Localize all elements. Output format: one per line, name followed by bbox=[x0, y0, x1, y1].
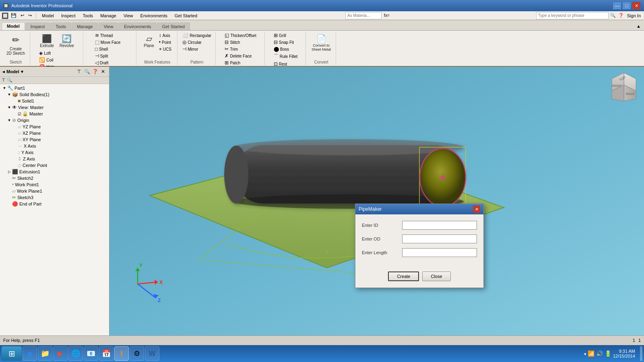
plane-button[interactable]: ▱ Plane bbox=[141, 32, 157, 52]
tab-view[interactable]: View bbox=[99, 23, 119, 30]
tree-extrusion1[interactable]: ▷ ⬛ Extrusion1 bbox=[1, 169, 108, 175]
shell-button[interactable]: □Shell bbox=[93, 46, 127, 52]
menu-view[interactable]: View bbox=[120, 12, 136, 19]
tree-z-axis[interactable]: ▷ ⇕ Z Axis bbox=[1, 156, 108, 162]
point-button[interactable]: •Point bbox=[157, 39, 173, 45]
tree-center-point[interactable]: ▷ ◇ Center Point bbox=[1, 162, 108, 169]
draft-button[interactable]: ◁Draft bbox=[93, 60, 127, 66]
snap-fit-button[interactable]: ⊟Snap Fit bbox=[272, 39, 299, 45]
tree-y-axis[interactable]: ▷ ↕ Y Axis bbox=[1, 149, 108, 156]
origin-expander[interactable]: ▼ bbox=[6, 117, 12, 123]
thicken-offset-button[interactable]: ◱Thicken/Offset bbox=[223, 32, 258, 39]
word-button[interactable]: W bbox=[145, 346, 159, 361]
stitch-button[interactable]: ⊟Stitch bbox=[223, 39, 258, 45]
dialog-od-input[interactable] bbox=[402, 234, 477, 243]
material-input[interactable] bbox=[345, 12, 382, 19]
dialog-length-input[interactable] bbox=[402, 248, 477, 257]
rule-fillet-button[interactable]: ⌒Rule Fillet bbox=[272, 53, 299, 60]
tree-view-master[interactable]: ▼ 👁 View: Master bbox=[1, 104, 108, 111]
sidebar-settings-icon[interactable]: ❓ bbox=[91, 68, 99, 75]
tab-get-started[interactable]: Get Started bbox=[157, 23, 190, 30]
help-icon[interactable]: ❓ bbox=[617, 12, 625, 19]
quick-save[interactable]: 💾 bbox=[9, 12, 18, 19]
tab-tools[interactable]: Tools bbox=[50, 23, 71, 30]
tree-sketch3[interactable]: ▷ ✏ Sketch3 bbox=[1, 194, 108, 201]
calendar-button[interactable]: 📅 bbox=[99, 346, 114, 361]
tree-work-plane1[interactable]: ▷ ▱ Work Plane1 bbox=[1, 188, 108, 194]
minimize-button[interactable]: — bbox=[613, 2, 621, 10]
search-input[interactable] bbox=[536, 12, 609, 19]
split-button[interactable]: ⊣Split bbox=[93, 53, 127, 59]
menu-get-started[interactable]: Get Started bbox=[171, 12, 200, 19]
tree-xz-plane[interactable]: ▷ ▱ XZ Plane bbox=[1, 130, 108, 136]
menu-model[interactable]: Model bbox=[39, 12, 57, 19]
tree-sketch2[interactable]: ▷ ✏ Sketch2 bbox=[1, 175, 108, 181]
tree-xy-plane[interactable]: ▷ ▱ XY Plane bbox=[1, 136, 108, 143]
dialog-create-button[interactable]: Create bbox=[388, 272, 419, 281]
master-checkbox[interactable]: ☑ bbox=[18, 112, 21, 116]
tab-inspect[interactable]: Inspect bbox=[25, 23, 50, 30]
maximize-button[interactable]: □ bbox=[622, 2, 631, 10]
explorer-button[interactable]: 📁 bbox=[38, 346, 52, 361]
tab-manage[interactable]: Manage bbox=[72, 23, 98, 30]
taskbar-clock[interactable]: 9:31 AM 12/15/2014 bbox=[613, 349, 638, 358]
outlook-button[interactable]: 📧 bbox=[84, 346, 98, 361]
media-player-button[interactable]: ▶ bbox=[53, 346, 68, 361]
ie-button[interactable]: e bbox=[23, 346, 37, 361]
tree-origin[interactable]: ▼ ⊕ Origin bbox=[1, 117, 108, 123]
model-collapse-icon[interactable]: ▾ bbox=[21, 69, 23, 74]
convert-to-sheet-metal-button[interactable]: 📄 Convert toSheet Metal bbox=[309, 32, 333, 53]
filter-icon[interactable]: ⊤ bbox=[75, 68, 83, 75]
collapse-ribbon[interactable]: ▲ bbox=[635, 22, 642, 30]
move-face-button[interactable]: ⬚Move Face bbox=[93, 39, 127, 45]
axis-button[interactable]: ↕Axis bbox=[157, 32, 173, 39]
view-master-expander[interactable]: ▼ bbox=[6, 105, 12, 110]
grill-button[interactable]: ⊞Grill bbox=[272, 32, 299, 39]
filter-funnel-icon[interactable]: ⊤ bbox=[2, 78, 6, 83]
tree-part1[interactable]: ▼ 🔧 Part1 bbox=[1, 85, 108, 91]
close-button[interactable]: ✕ bbox=[632, 2, 641, 10]
menu-environments[interactable]: Environments bbox=[137, 12, 171, 19]
show-desktop-btn[interactable] bbox=[640, 346, 642, 361]
search-icon[interactable]: 🔍 bbox=[609, 12, 617, 19]
tab-model[interactable]: Model bbox=[2, 22, 25, 30]
patch-button[interactable]: ⊞Patch bbox=[223, 60, 258, 66]
thread-button[interactable]: ≋Thread bbox=[93, 32, 127, 39]
tree-solid-bodies[interactable]: ▼ 📦 Solid Bodies(1) bbox=[1, 91, 108, 98]
viewport[interactable]: Z X Y bbox=[109, 67, 644, 335]
extrude-button[interactable]: ⬛ Extrude bbox=[37, 32, 56, 49]
menu-tools[interactable]: Tools bbox=[79, 12, 96, 19]
tree-master[interactable]: ▷ ☑ 🔒 Master bbox=[1, 111, 108, 117]
tree-end-of-part[interactable]: ▷ 🔴 End of Part bbox=[1, 201, 108, 207]
trim-button[interactable]: ✂Trim bbox=[223, 46, 258, 52]
chrome-button[interactable]: 🌐 bbox=[68, 346, 83, 361]
dialog-close-btn[interactable]: Close bbox=[422, 272, 450, 281]
dialog-id-input[interactable] bbox=[402, 221, 477, 230]
create-2d-sketch-button[interactable]: ✏ Create2D Sketch bbox=[4, 32, 27, 57]
part1-expander[interactable]: ▼ bbox=[2, 85, 7, 91]
tree-work-point1[interactable]: ▷ • Work Point1 bbox=[1, 181, 108, 188]
settings-button[interactable]: ⚙ bbox=[130, 346, 144, 361]
tree-x-axis[interactable]: ▷ ↔ X Axis bbox=[1, 143, 108, 149]
menu-inspect[interactable]: Inspect bbox=[58, 12, 78, 19]
rectangular-button[interactable]: ⬜Rectangular bbox=[181, 32, 213, 39]
circular-button[interactable]: ◎Circular bbox=[181, 39, 213, 45]
model-panel-title[interactable]: ◂ Model ▾ bbox=[2, 69, 23, 74]
rest-button[interactable]: ⊡Rest bbox=[272, 61, 299, 67]
view-cube[interactable]: TOP FRONT RIGHT bbox=[608, 71, 640, 103]
quick-redo[interactable]: ↪ bbox=[27, 12, 33, 19]
tab-environments[interactable]: Environments bbox=[119, 23, 156, 30]
ucs-button[interactable]: ⌖UCS bbox=[157, 46, 173, 52]
search-tree-icon[interactable]: 🔍 bbox=[83, 68, 91, 75]
tree-solid1[interactable]: ▷ ■ Solid1 bbox=[1, 98, 108, 104]
inventor-button[interactable]: I bbox=[114, 346, 129, 361]
sign-in[interactable]: Sign In bbox=[625, 12, 642, 19]
tree-yz-plane[interactable]: ▷ ▱ YZ Plane bbox=[1, 123, 108, 130]
dialog-close-button[interactable]: ✕ bbox=[473, 206, 480, 213]
tray-arrow[interactable]: ◂ bbox=[584, 351, 586, 356]
sidebar-close-icon[interactable]: ✕ bbox=[99, 68, 107, 75]
solid-bodies-expander[interactable]: ▼ bbox=[6, 92, 12, 97]
mirror-button[interactable]: ⊣Mirror bbox=[181, 46, 213, 52]
search-tree-small-icon[interactable]: 🔍 bbox=[7, 78, 12, 83]
revolve-button[interactable]: 🔄 Revolve bbox=[57, 32, 76, 49]
